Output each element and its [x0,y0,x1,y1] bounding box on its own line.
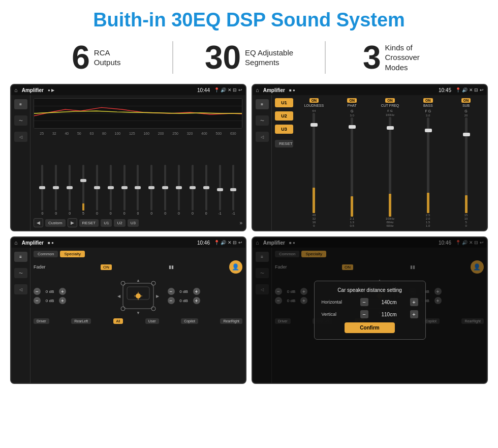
eq-u3-btn[interactable]: U3 [128,219,139,227]
eq-slider-14[interactable]: -1 [215,165,225,215]
fader-icon-eq[interactable]: ≡ [14,252,27,262]
fader-icon-wave[interactable]: 〜 [14,268,27,278]
freq-80: 80 [102,132,106,135]
fader-plus-1[interactable]: + [59,288,66,295]
crossover-user-btns: U1 U2 U3 RESET [275,98,293,227]
confirm-button[interactable]: Confirm [345,322,394,333]
fader-time: 10:46 [197,240,210,246]
eq-side-icons: ≡ 〜 ◁ [11,95,30,230]
stat-rca-number: 6 [72,41,90,74]
eq-slider-7[interactable]: 0 [120,165,129,215]
fader-minus-2[interactable]: − [34,297,41,304]
eq-slider-10[interactable]: 0 [161,165,170,215]
crossover-side-icons: ≡ 〜 ◁ [253,95,272,230]
fader-minus-4[interactable]: − [168,297,175,304]
stat-crossover-label: Kinds ofCrossover Modes [385,43,441,73]
eq-reset-btn[interactable]: RESET [79,219,99,227]
eq-slider-9[interactable]: 0 [147,165,156,215]
sub-name: SUB [462,104,470,107]
cutfreq-on: ON [385,98,395,103]
crossover-body: ≡ 〜 ◁ U1 U2 U3 RESET ON LOUDNESS [253,95,487,230]
eq-next-btn[interactable]: ▶ [68,218,77,227]
fader-tab-common[interactable]: Common [34,251,58,257]
fader-plus-2[interactable]: + [59,297,66,304]
eq-screen: ⌂ Amplifier ● ▶ 10:44 📍 🔊 ✕ ⊟ ↩ ≡ 〜 ◁ [10,84,246,231]
u3-button[interactable]: U3 [275,125,293,134]
dialog-horizontal-minus[interactable]: − [360,298,368,306]
fader-rearleft-btn[interactable]: RearLeft [71,318,91,324]
crossover-channels: ON LOUDNESS 64 48 32 16 0 ON [296,98,484,227]
eq-bottom-bar: ◀ Custom ▶ RESET U1 U2 U3 » [34,218,242,227]
eq-icon-speaker[interactable]: ◁ [14,132,27,142]
channel-bass: ON BASS F G 3.0 2.5 2.0 1.5 1.0 [410,98,446,227]
fader-rearright-btn[interactable]: RearRight [220,318,242,324]
crossover-icon-wave[interactable]: 〜 [256,115,269,126]
dialog-horizontal-row: Horizontal − 140cm + [322,298,418,306]
eq-slider-8[interactable]: 0 [133,165,142,215]
channel-loudness: ON LOUDNESS 64 48 32 16 0 [296,98,332,227]
freq-400: 400 [201,132,207,135]
dialog-vertical-plus[interactable]: + [410,310,418,318]
eq-slider-13[interactable]: 0 [202,165,211,215]
eq-slider-6[interactable]: 0 [106,165,115,215]
crossover-reset-btn[interactable]: RESET [275,140,293,147]
fader-plus-4[interactable]: + [193,297,200,304]
svg-text:◀: ◀ [117,294,121,298]
eq-icon-wave[interactable]: 〜 [14,115,27,126]
stat-crossover-number: 3 [363,41,381,74]
eq-time: 10:44 [197,87,210,93]
eq-status-bar: ⌂ Amplifier ● ▶ 10:44 📍 🔊 ✕ ⊟ ↩ [11,85,245,95]
crossover-icon-speaker[interactable]: ◁ [256,132,269,142]
freq-25: 25 [40,132,44,135]
freq-32: 32 [52,132,56,135]
eq-slider-15[interactable]: -1 [229,165,238,215]
fader-minus-1[interactable]: − [34,288,41,295]
stat-eq-number: 30 [205,41,241,74]
fader-minus-3[interactable]: − [168,288,175,295]
fader-body: ≡ 〜 ◁ Common Specialty Fader ON ▮▮ 👤 [11,248,245,383]
eq-more-icon: » [239,220,242,226]
fader-vol-row-1: − 0 dB + [34,288,109,295]
crossover-status-icons: 📍 🔊 ✕ ⊟ ↩ [455,87,484,93]
eq-slider-5[interactable]: 0 [92,165,102,215]
eq-icon-eq[interactable]: ≡ [14,99,27,109]
svg-text:▶: ▶ [156,294,160,298]
fader-header: Fader ON ▮▮ 👤 [34,260,242,274]
eq-u2-btn[interactable]: U2 [114,219,125,227]
eq-status-icons: 📍 🔊 ✕ ⊟ ↩ [214,87,242,93]
fader-driver-btn[interactable]: Driver [34,318,49,324]
eq-slider-4[interactable]: 5 [79,165,88,215]
eq-u1-btn[interactable]: U1 [101,219,112,227]
eq-custom-btn[interactable]: Custom [45,219,66,227]
fader-controls: − 0 dB + − 0 dB + [34,276,242,316]
crossover-app-title: Amplifier [263,87,285,93]
freq-160: 160 [143,132,149,135]
eq-slider-2[interactable]: 0 [51,165,60,215]
fader-db-2: 0 dB [43,298,57,303]
eq-dots: ● ▶ [48,88,54,93]
u1-button[interactable]: U1 [275,98,293,107]
fader-plus-3[interactable]: + [193,288,200,295]
dialog-title: Car speaker distance setting [322,287,418,293]
eq-prev-btn[interactable]: ◀ [34,218,43,227]
fader-app-title: Amplifier [22,240,44,246]
fader-vol-row-4: − 0 dB + [168,297,243,304]
dialog-vertical-minus[interactable]: − [360,310,368,318]
eq-slider-3[interactable]: 0 [65,165,74,215]
fader-copilot-btn[interactable]: Copilot [181,318,198,324]
fader-vol-row-3: − 0 dB + [168,288,243,295]
fader-all-btn[interactable]: All [113,318,123,324]
freq-125: 125 [129,132,135,135]
crossover-icon-eq[interactable]: ≡ [256,99,269,109]
dialog-horizontal-plus[interactable]: + [410,298,418,306]
u2-button[interactable]: U2 [275,111,293,121]
fader-user-btn[interactable]: User [145,318,159,324]
fader-tab-specialty[interactable]: Specialty [60,251,84,257]
fader-icon-speaker[interactable]: ◁ [14,284,27,294]
dialog-vertical-label: Vertical [322,312,352,317]
channel-cutfreq: ON CUT FREQ FG 160Hz 100Hz 80Hz 60Hz [372,98,408,227]
eq-slider-11[interactable]: 0 [174,165,183,215]
eq-slider-1[interactable]: 0 [38,165,47,215]
eq-slider-12[interactable]: 0 [188,165,197,215]
fader-slider-icon: ▮▮ [169,264,174,270]
